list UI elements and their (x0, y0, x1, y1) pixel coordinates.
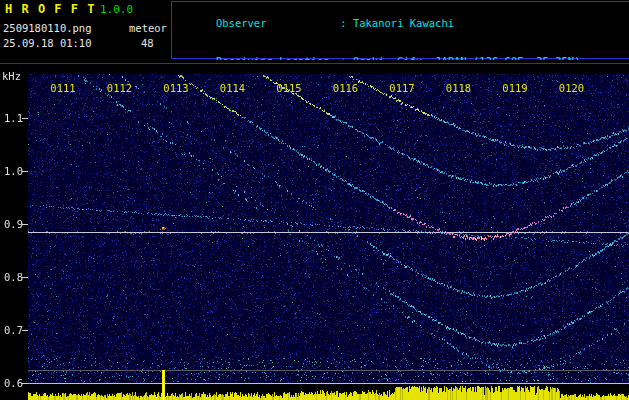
y-tick-label: 1.0 (4, 165, 23, 177)
x-tick-label: 0118 (445, 82, 473, 94)
x-tick-label: 0120 (558, 82, 586, 94)
x-tick-label: 0117 (388, 82, 416, 94)
y-tick-label: 0.7 (4, 324, 23, 336)
app-title: H R O F F T (5, 2, 95, 16)
hrofft-output-image: H R O F F T 1.0.0 2509180110.png meteor … (0, 0, 629, 400)
app-version: 1.0.0 (100, 3, 133, 16)
info-value: Takanori Kawachi (353, 17, 454, 29)
y-axis-unit: kHz (2, 70, 21, 82)
x-tick-label: 0113 (162, 82, 190, 94)
x-tick-label: 0116 (332, 82, 360, 94)
x-tick-label: 0119 (501, 82, 529, 94)
info-row: Observer : Takanori Kawachi (178, 5, 629, 42)
x-tick-label: 0111 (49, 82, 77, 94)
x-tick-label: 0112 (106, 82, 134, 94)
mode-label: meteor (129, 22, 167, 34)
observer-info-box: Observer : Takanori Kawachi Receiving Lo… (171, 1, 629, 59)
y-tick-label: 1.1 (4, 112, 23, 124)
y-tick-label: 0.6 (4, 377, 23, 389)
info-separator: : (334, 17, 353, 29)
info-label: Observer (216, 17, 334, 29)
output-filename: 2509180110.png (3, 22, 92, 34)
x-tick-label: 0114 (219, 82, 247, 94)
spectrogram-canvas (0, 60, 629, 400)
x-tick-label: 0115 (275, 82, 303, 94)
y-tick-label: 0.8 (4, 271, 23, 283)
y-tick-label: 0.9 (4, 218, 23, 230)
echo-count: 48 (141, 37, 154, 49)
timestamp: 25.09.18 01:10 (3, 37, 92, 49)
